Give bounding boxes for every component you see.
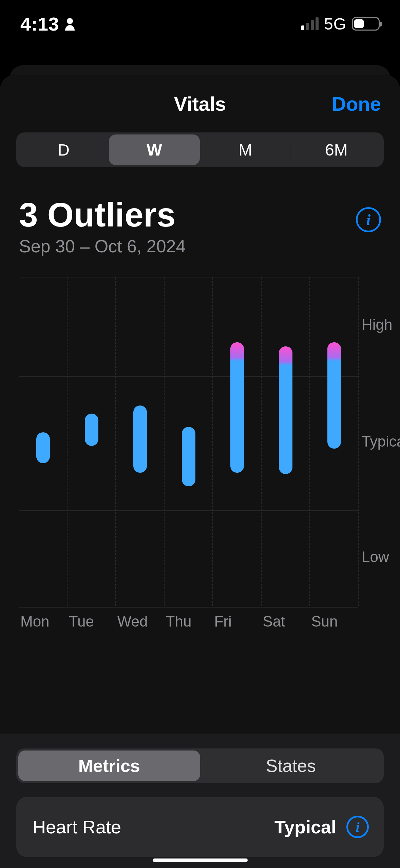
metric-label: Heart Rate bbox=[33, 816, 121, 837]
chart-column[interactable] bbox=[19, 277, 68, 606]
person-icon bbox=[64, 17, 76, 31]
chart-bar bbox=[85, 414, 98, 446]
network-label: 5G bbox=[324, 15, 346, 33]
metrics-panel: Metrics States Heart RateTypicaliRespira… bbox=[0, 734, 400, 868]
svg-point-0 bbox=[67, 18, 73, 24]
x-axis-label: Fri bbox=[213, 613, 261, 630]
cell-signal-icon bbox=[301, 17, 319, 30]
x-axis-label: Sun bbox=[310, 613, 358, 630]
chart-bar bbox=[327, 342, 341, 449]
x-axis-label: Sat bbox=[261, 613, 310, 630]
chart-bar bbox=[230, 342, 244, 473]
range-tab-6month[interactable]: 6M bbox=[291, 134, 382, 165]
done-button[interactable]: Done bbox=[332, 92, 381, 115]
tab-metrics[interactable]: Metrics bbox=[18, 751, 200, 781]
sheet-header: Vitals Done bbox=[0, 75, 400, 132]
chart-column[interactable] bbox=[68, 277, 116, 606]
chart-bar bbox=[36, 432, 50, 463]
chart-column[interactable] bbox=[116, 277, 165, 606]
info-icon[interactable]: i bbox=[356, 207, 381, 232]
y-label-low: Low bbox=[362, 548, 389, 565]
chart-column[interactable] bbox=[213, 277, 262, 606]
vitals-chart[interactable]: MonTueWedThuFriSatSun High Typical Low bbox=[19, 277, 386, 616]
chart-column[interactable] bbox=[262, 277, 310, 606]
range-tab-month[interactable]: M bbox=[200, 134, 291, 165]
page-title: Vitals bbox=[174, 92, 226, 115]
summary-title: 3 Outliers bbox=[19, 197, 186, 233]
chart-bar bbox=[133, 405, 147, 473]
outlier-tip-icon bbox=[230, 342, 244, 361]
outlier-tip-icon bbox=[279, 346, 292, 365]
battery-icon bbox=[352, 17, 380, 31]
outlier-tip-icon bbox=[327, 342, 341, 361]
chart-bar bbox=[182, 427, 195, 486]
home-indicator[interactable] bbox=[153, 858, 248, 862]
x-axis-label: Mon bbox=[19, 613, 68, 630]
status-bar: 4:13 5G bbox=[0, 0, 400, 48]
info-icon[interactable]: i bbox=[346, 816, 369, 838]
metric-row[interactable]: Heart RateTypicali bbox=[16, 797, 384, 857]
chart-column[interactable] bbox=[165, 277, 213, 606]
tab-states[interactable]: States bbox=[200, 751, 382, 781]
status-time: 4:13 bbox=[20, 13, 59, 35]
chart-bar bbox=[279, 346, 292, 474]
x-axis-label: Tue bbox=[68, 613, 116, 630]
range-tab-day[interactable]: D bbox=[18, 134, 109, 165]
x-axis-label: Thu bbox=[165, 613, 213, 630]
range-segmented-control[interactable]: D W M 6M bbox=[16, 132, 384, 167]
range-tab-week[interactable]: W bbox=[109, 134, 199, 165]
y-label-typical: Typical bbox=[362, 433, 400, 450]
chart-column[interactable] bbox=[310, 277, 359, 606]
summary-date-range: Sep 30 – Oct 6, 2024 bbox=[19, 236, 186, 256]
y-label-high: High bbox=[362, 316, 393, 333]
detail-segmented-control[interactable]: Metrics States bbox=[16, 748, 384, 783]
x-axis-label: Wed bbox=[116, 613, 165, 630]
metric-value: Typical bbox=[274, 816, 336, 837]
vitals-sheet: Vitals Done D W M 6M 3 Outliers Sep 30 –… bbox=[0, 75, 400, 868]
